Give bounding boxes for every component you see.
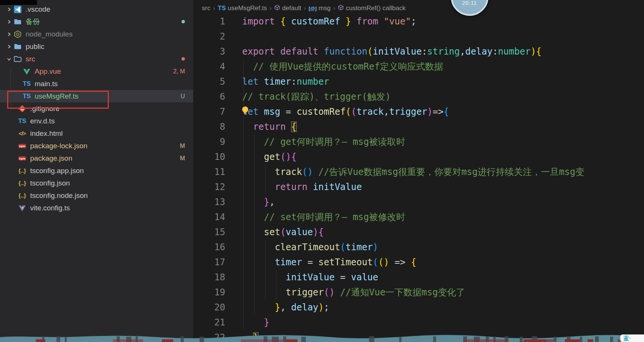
lightbulb-icon[interactable] [241,106,249,116]
code-line-16[interactable]: 16 clearTimeout(timer) [193,240,644,255]
code-line-text: set(value){ [242,225,324,240]
code-line-20[interactable]: 20 }, delay); [193,300,644,315]
code-line-text: // track(跟踪)、trigger(触发) [242,89,391,104]
code-line-text: let msg = customRef((track,trigger)=>{ [242,104,449,119]
npm-icon: npm [17,142,27,150]
git-status-badge: U [180,90,185,102]
tree-item-usemsgref.ts[interactable]: TSuseMsgRef.tsU [0,90,193,102]
timer-text: 20:11 [452,0,487,6]
line-number: 12 [193,179,225,195]
tree-item-app.vue[interactable]: App.vue2, M [0,65,193,78]
html-icon: </> [17,129,27,138]
tree-item-.vscode[interactable]: .vscode [0,3,193,15]
chevron-right-icon[interactable] [5,44,13,50]
git-status-badge: 2, M [173,65,185,78]
code-line-17[interactable]: 17 timer = setTimeout(() => { [193,255,644,270]
tree-item-public[interactable]: public [0,40,193,53]
code-line-13[interactable]: 13 }, [193,195,644,210]
line-number: 3 [193,44,225,59]
code-line-2[interactable]: 2 [193,29,644,44]
git-status-badge [182,53,185,65]
chevron-right-icon[interactable] [5,19,13,25]
code-line-19[interactable]: 19 trigger() //通知Vue一下数据msg变化了 [193,285,644,300]
line-number: 11 [193,164,225,179]
floating-widget-label: 蓝· [623,335,631,342]
line-number: 4 [193,59,225,74]
tree-item-env.d.ts[interactable]: TSenv.d.ts [0,115,193,127]
tree-item-index.html[interactable]: </>index.html [0,127,193,140]
ts-icon: TS [22,92,32,100]
code-area[interactable]: 1import { customRef } from "vue";23expor… [193,0,644,342]
code-line-21[interactable]: 21 } [193,315,644,330]
code-line-text: initValue = value [242,270,378,285]
braces-icon: {..} [17,192,27,200]
code-line-6[interactable]: 6// track(跟踪)、trigger(触发) [193,89,644,104]
code-line-text: timer = setTimeout(() => { [242,255,416,270]
tree-item-label: tsconfig.app.json [30,167,84,175]
line-number: 16 [193,240,225,255]
line-number: 8 [193,119,225,134]
braces-icon: {..} [17,167,27,175]
code-line-9[interactable]: 9 // get何时调用？— msg被读取时 [193,134,644,149]
tree-item-tsconfig.app.json[interactable]: {..}tsconfig.app.json [0,164,193,177]
tree-item-label: App.vue [35,67,61,76]
tree-item-label: useMsgRef.ts [35,92,78,100]
tree-item-vite.config.ts[interactable]: vite.config.ts [0,202,193,214]
tree-item-备份[interactable]: 备份 [0,15,193,28]
tree-item-package.json[interactable]: npmpackage.jsonM [0,152,193,164]
code-line-12[interactable]: 12 return initValue [193,179,644,195]
code-line-4[interactable]: 4 // 使用Vue提供的customRef定义响应式数据 [193,59,644,74]
code-line-text: export default function(initValue:string… [242,44,542,59]
vscode-icon [13,5,23,14]
code-line-15[interactable]: 15 set(value){ [193,225,644,240]
code-line-text: get(){ [242,149,297,164]
code-line-text: // get何时调用？— msg被读取时 [242,134,405,149]
tree-item-package-lock.json[interactable]: npmpackage-lock.jsonM [0,140,193,152]
vue-icon [22,67,32,76]
tree-item-label: node_modules [26,30,73,38]
tree-item-tsconfig.json[interactable]: {..}tsconfig.json [0,177,193,189]
code-line-text: } [242,315,269,330]
node-icon [13,30,23,38]
line-number: 6 [193,89,225,104]
line-number: 21 [193,315,225,330]
code-line-text: // set何时调用？— msg被修改时 [242,210,405,225]
tree-item-.gitignore[interactable]: .gitignore [0,102,193,115]
line-number: 1 [193,14,225,29]
floating-widget-button[interactable]: 蓝· [620,334,644,342]
code-line-11[interactable]: 11 track() //告诉Vue数据msg很重要，你要对msg进行持续关注，… [193,164,644,179]
chevron-right-icon[interactable] [5,6,13,12]
svg-text:npm: npm [19,157,26,160]
code-line-8[interactable]: 8 return { [193,119,644,134]
tree-item-src[interactable]: src [0,53,193,65]
braces-icon: {..} [17,179,27,187]
line-number: 13 [193,195,225,210]
code-line-18[interactable]: 18 initValue = value [193,270,644,285]
vite-icon [17,204,27,212]
code-line-text: clearTimeout(timer) [242,240,378,255]
file-tree: .vscode备份node_modulespublicsrcApp.vue2, … [0,3,193,214]
code-line-5[interactable]: 5let timer:number [193,74,644,89]
code-line-14[interactable]: 14 // set何时调用？— msg被修改时 [193,210,644,225]
tree-item-label: tsconfig.node.json [30,192,88,200]
tree-item-main.ts[interactable]: TSmain.ts [0,78,193,90]
chevron-down-icon[interactable] [5,56,13,62]
git-icon [17,105,27,113]
git-status-badge [182,15,185,28]
line-number: 19 [193,285,225,300]
tree-item-node_modules[interactable]: node_modules [0,28,193,40]
code-line-10[interactable]: 10 get(){ [193,149,644,164]
tree-item-label: index.html [30,129,63,138]
tree-item-label: 备份 [26,17,40,27]
ts-icon: TS [17,117,27,125]
code-line-3[interactable]: 3export default function(initValue:strin… [193,44,644,59]
tree-item-label: package-lock.json [30,142,87,150]
code-line-7[interactable]: 7let msg = customRef((track,trigger)=>{ [193,104,644,119]
chevron-right-icon[interactable] [5,31,13,37]
line-number: 7 [193,104,225,119]
code-line-text: return initValue [242,179,362,195]
video-progress-bar[interactable] [0,333,644,342]
tree-item-label: package.json [30,154,72,163]
code-line-1[interactable]: 1import { customRef } from "vue"; [193,14,644,29]
tree-item-tsconfig.node.json[interactable]: {..}tsconfig.node.json [0,189,193,202]
